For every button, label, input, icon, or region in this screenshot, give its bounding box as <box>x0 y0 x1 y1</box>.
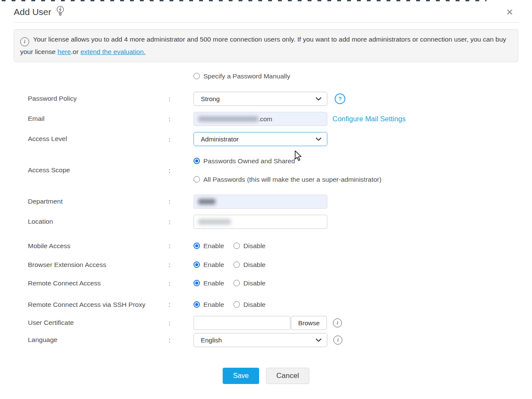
remote-connect-ssh-disable-option[interactable]: Disable <box>233 301 266 309</box>
colon: : <box>169 218 193 225</box>
radio-checked-icon[interactable] <box>193 243 200 249</box>
field-label-user-certificate: User Certificate <box>28 319 169 327</box>
field-label-remote-connect-ssh: Remote Connect Access via SSH Proxy <box>28 301 169 309</box>
access-scope-all-option[interactable]: All Passwords (this will make the user a… <box>193 176 381 183</box>
redacted-email-text <box>198 116 258 122</box>
browser-extension-access-row: Browser Extension Access : Enable Disabl… <box>0 261 532 269</box>
language-select[interactable]: English <box>193 333 327 347</box>
mobile-access-disable-option[interactable]: Disable <box>233 242 266 250</box>
radio-checked-icon[interactable] <box>193 280 200 286</box>
chevron-down-icon <box>316 138 321 141</box>
user-certificate-input[interactable] <box>193 316 290 330</box>
colon: : <box>169 301 193 308</box>
colon: : <box>169 95 193 102</box>
redacted-department-text <box>198 199 215 204</box>
colon: : <box>169 336 193 344</box>
email-field[interactable]: .com <box>193 112 327 126</box>
footer-actions: Save Cancel <box>0 368 532 384</box>
remote-connect-enable-option[interactable]: Enable <box>193 279 224 287</box>
remote-connect-access-row: Remote Connect Access : Enable Disable <box>0 279 532 287</box>
radio-unchecked-icon[interactable] <box>193 73 200 79</box>
radio-checked-icon[interactable] <box>193 261 200 268</box>
field-label-access-level: Access Level <box>28 135 169 143</box>
department-field[interactable] <box>193 195 327 209</box>
radio-unchecked-icon[interactable] <box>233 243 240 249</box>
specify-password-label[interactable]: Specify a Password Manually <box>203 72 290 80</box>
radio-unchecked-icon[interactable] <box>233 301 240 308</box>
configure-mail-settings-link[interactable]: Configure Mail Settings <box>332 115 406 123</box>
browser-extension-disable-option[interactable]: Disable <box>233 261 266 269</box>
access-level-value: Administrator <box>201 135 239 143</box>
access-scope-row: Access Scope : Passwords Owned and Share… <box>0 157 532 183</box>
specify-password-option[interactable]: Specify a Password Manually <box>193 72 290 80</box>
access-level-row: Access Level : Administrator <box>0 132 532 146</box>
extend-evaluation-link[interactable]: extend the evaluation. <box>80 48 145 55</box>
info-icon[interactable]: i <box>333 318 342 327</box>
browse-button[interactable]: Browse <box>291 316 327 330</box>
radio-unchecked-icon[interactable] <box>233 261 240 268</box>
access-scope-owned-option[interactable]: Passwords Owned and Shared <box>193 157 295 165</box>
modal-header: Add User ✕ <box>14 0 518 23</box>
chevron-down-icon <box>316 97 321 101</box>
language-value: English <box>201 336 222 344</box>
remote-connect-disable-option[interactable]: Disable <box>233 279 266 287</box>
close-button[interactable]: ✕ <box>506 8 513 16</box>
field-label-browser-extension-access: Browser Extension Access <box>28 261 169 269</box>
field-label-email: Email <box>28 115 169 123</box>
colon: : <box>169 319 193 327</box>
license-banner: iYour license allows you to add 4 more a… <box>14 29 518 62</box>
mobile-access-enable-option[interactable]: Enable <box>193 242 224 250</box>
remote-connect-ssh-row: Remote Connect Access via SSH Proxy : En… <box>0 301 532 309</box>
field-label-mobile-access: Mobile Access <box>28 242 169 250</box>
redacted-location-text <box>198 219 231 225</box>
radio-unchecked-icon[interactable] <box>233 280 240 286</box>
email-row: Email : .com Configure Mail Settings <box>0 112 532 126</box>
password-policy-select[interactable]: Strong <box>193 92 327 106</box>
email-visible-suffix: .com <box>258 115 272 123</box>
page-title: Add User <box>14 7 51 17</box>
title-wrap: Add User <box>14 7 65 17</box>
field-label-access-scope: Access Scope <box>28 166 169 174</box>
colon: : <box>169 242 193 249</box>
field-label-remote-connect-access: Remote Connect Access <box>28 279 169 287</box>
mobile-access-row: Mobile Access : Enable Disable <box>0 242 532 250</box>
browser-extension-enable-option[interactable]: Enable <box>193 261 224 269</box>
info-icon: i <box>20 37 29 46</box>
top-border-artifact <box>2 0 487 1</box>
help-icon[interactable]: ? <box>335 93 345 104</box>
info-icon[interactable]: i <box>333 336 342 345</box>
access-level-select[interactable]: Administrator <box>193 132 327 146</box>
colon: : <box>169 198 193 205</box>
specify-password-row: Specify a Password Manually <box>0 72 532 80</box>
department-row: Department : <box>0 195 532 209</box>
colon: : <box>169 115 193 123</box>
chevron-down-icon <box>316 339 321 342</box>
hint-bulb-icon[interactable] <box>56 5 65 17</box>
remote-connect-ssh-enable-option[interactable]: Enable <box>193 301 224 309</box>
location-row: Location : <box>0 215 532 229</box>
access-scope-owned-label[interactable]: Passwords Owned and Shared <box>203 157 295 165</box>
license-text-sep: .or <box>71 48 80 55</box>
colon: : <box>169 167 193 174</box>
language-row: Language : English i <box>0 333 532 347</box>
user-certificate-row: User Certificate : Browse i <box>0 316 532 330</box>
colon: : <box>169 135 193 143</box>
radio-checked-icon[interactable] <box>193 158 200 164</box>
field-label-location: Location <box>28 218 169 225</box>
radio-unchecked-icon[interactable] <box>193 176 200 183</box>
buy-license-link[interactable]: here <box>57 48 71 55</box>
password-policy-value: Strong <box>201 95 220 102</box>
access-scope-all-label[interactable]: All Passwords (this will make the user a… <box>203 176 381 183</box>
password-policy-row: Password Policy : Strong ? <box>0 92 532 106</box>
field-label-language: Language <box>28 336 169 344</box>
colon: : <box>169 279 193 287</box>
field-label-department: Department <box>28 198 169 205</box>
cancel-button[interactable]: Cancel <box>266 368 309 384</box>
location-field[interactable] <box>193 215 327 229</box>
save-button[interactable]: Save <box>223 368 259 384</box>
field-label-password-policy: Password Policy <box>28 95 169 102</box>
colon: : <box>169 261 193 268</box>
radio-checked-icon[interactable] <box>193 301 200 308</box>
